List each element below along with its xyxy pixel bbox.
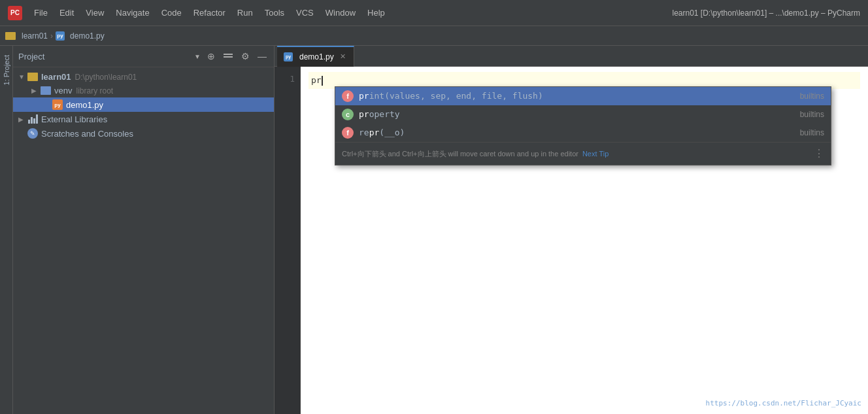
ac-hint-link[interactable]: Next Tip	[582, 147, 609, 161]
breadcrumb-file-label: demo1.py	[70, 31, 105, 41]
ac-match-print: pr	[359, 91, 369, 101]
breadcrumb-project-label: learn01	[22, 31, 48, 41]
ac-source-repr: builtins	[800, 126, 824, 140]
file-tree: ▼ learn01 D:\python\learn01 ▶ venv libra…	[13, 67, 274, 414]
tree-label-ext-lib: External Libraries	[41, 114, 107, 124]
menu-run[interactable]: Run	[232, 5, 258, 20]
ac-hint-text: Ctrl+向下箭头 and Ctrl+向上箭头 will move caret …	[342, 147, 578, 161]
menu-navigate[interactable]: Navigate	[110, 5, 154, 20]
menu-view[interactable]: View	[80, 5, 109, 20]
folder-icon-learn01	[27, 73, 38, 81]
menu-edit[interactable]: Edit	[54, 5, 79, 20]
tree-suffix-venv: library root	[76, 86, 113, 95]
ac-hint-bar: Ctrl+向下箭头 and Ctrl+向上箭头 will move caret …	[335, 142, 831, 165]
ac-hint-more-btn[interactable]: ⋮	[814, 147, 824, 161]
tree-arrow-venv: ▶	[31, 87, 41, 94]
sidebar-minimize-btn[interactable]: —	[256, 50, 269, 63]
ac-name-repr: repr(__o)	[359, 126, 795, 140]
ac-source-property: builtins	[800, 107, 824, 122]
ac-match-property: pr	[359, 109, 369, 119]
menu-file[interactable]: File	[29, 5, 53, 20]
sidebar-new-btn[interactable]: ⊕	[205, 50, 218, 63]
sidebar-layout-btn[interactable]	[222, 50, 235, 63]
menu-help[interactable]: Help	[362, 5, 390, 20]
folder-icon-venv	[41, 86, 51, 95]
menu-code[interactable]: Code	[156, 5, 187, 20]
breadcrumb-file[interactable]: py demo1.py	[56, 31, 105, 41]
tree-item-demo1[interactable]: py demo1.py	[13, 97, 274, 112]
ac-badge-print: f	[342, 90, 354, 102]
ac-name-print: print(values, sep, end, file, flush)	[359, 89, 795, 103]
menu-bar: File Edit View Navigate Code Refactor Ru…	[29, 5, 673, 20]
ac-source-print: builtins	[800, 89, 824, 103]
menu-refactor[interactable]: Refactor	[188, 5, 231, 20]
watermark: https://blog.csdn.net/Flichar_JCyaic	[706, 396, 861, 411]
editor-content[interactable]: 1 pr f print(values, sep, end, file, flu…	[275, 67, 868, 414]
tab-close-demo1[interactable]: ✕	[340, 52, 346, 61]
file-icon-demo1: py	[52, 99, 63, 110]
breadcrumb-bar: learn01 › py demo1.py	[0, 26, 868, 46]
title-bar: PC File Edit View Navigate Code Refactor…	[0, 0, 868, 26]
side-tab[interactable]: 1: Project	[0, 46, 13, 414]
scratches-icon: ✎	[27, 128, 38, 139]
text-cursor	[322, 76, 323, 86]
autocomplete-popup: f print(values, sep, end, file, flush) b…	[335, 86, 831, 165]
menu-window[interactable]: Window	[320, 5, 361, 20]
ac-rest-property: operty	[369, 109, 400, 119]
tab-py-icon: py	[284, 52, 293, 61]
app-icon: PC	[8, 6, 22, 20]
tree-item-scratches[interactable]: ✎ Scratches and Consoles	[13, 126, 274, 141]
ac-item-repr[interactable]: f repr(__o) builtins	[335, 124, 831, 142]
tree-label-scratches: Scratches and Consoles	[41, 129, 133, 139]
side-tab-label[interactable]: 1: Project	[1, 52, 12, 88]
svg-rect-0	[224, 54, 233, 55]
ac-pre-repr: re	[359, 128, 369, 137]
tree-item-learn01[interactable]: ▼ learn01 D:\python\learn01	[13, 70, 274, 84]
ext-lib-icon	[27, 114, 38, 124]
project-folder-icon	[5, 32, 16, 40]
tree-arrow-ext-lib: ▶	[18, 116, 27, 123]
tab-bar: py demo1.py ✕	[275, 46, 868, 67]
tree-label-learn01: learn01	[41, 72, 71, 82]
sidebar-header: Project ▼ ⊕ ⚙ —	[13, 46, 274, 67]
ac-rest-repr: (__o)	[379, 128, 405, 137]
editor-body[interactable]: pr f print(values, sep, end, file, flush…	[301, 67, 868, 414]
ac-match-repr: pr	[369, 128, 380, 137]
tree-arrow-learn01: ▼	[18, 73, 27, 80]
ac-badge-property: c	[342, 109, 354, 120]
breadcrumb-separator: ›	[50, 31, 53, 41]
tab-demo1[interactable]: py demo1.py ✕	[277, 46, 354, 67]
editor-area: py demo1.py ✕ 1 pr f pri	[275, 46, 868, 414]
ac-item-property[interactable]: c property builtins	[335, 105, 831, 124]
ac-rest-print: int(values, sep, end, file, flush)	[369, 91, 543, 101]
tree-item-ext-lib[interactable]: ▶ External Libraries	[13, 112, 274, 126]
code-content: pr	[311, 73, 322, 88]
svg-rect-1	[224, 56, 233, 58]
ac-item-print[interactable]: f print(values, sep, end, file, flush) b…	[335, 87, 831, 105]
tree-label-demo1: demo1.py	[66, 100, 103, 110]
tab-label-demo1: demo1.py	[299, 52, 334, 61]
tree-label-venv: venv	[54, 86, 72, 95]
sidebar-settings-btn[interactable]: ⚙	[239, 50, 252, 63]
ac-badge-repr: f	[342, 127, 354, 139]
sidebar: Project ▼ ⊕ ⚙ — ▼ learn01 D:\python\lear…	[13, 46, 275, 414]
sidebar-title: Project	[18, 52, 190, 61]
window-title: learn01 [D:\python\learn01] – ...\demo1.…	[673, 9, 861, 18]
tree-item-venv[interactable]: ▶ venv library root	[13, 84, 274, 97]
main-layout: 1: Project Project ▼ ⊕ ⚙ — ▼ learn01 D:\…	[0, 46, 868, 414]
ac-name-property: property	[359, 107, 795, 122]
py-file-icon: py	[56, 31, 65, 41]
breadcrumb-project[interactable]: learn01	[5, 31, 48, 41]
menu-tools[interactable]: Tools	[259, 5, 290, 20]
line-number-1: 1	[277, 72, 295, 86]
menu-vcs[interactable]: VCS	[291, 5, 319, 20]
line-numbers: 1	[275, 67, 301, 414]
tree-path-learn01: D:\python\learn01	[75, 73, 137, 82]
